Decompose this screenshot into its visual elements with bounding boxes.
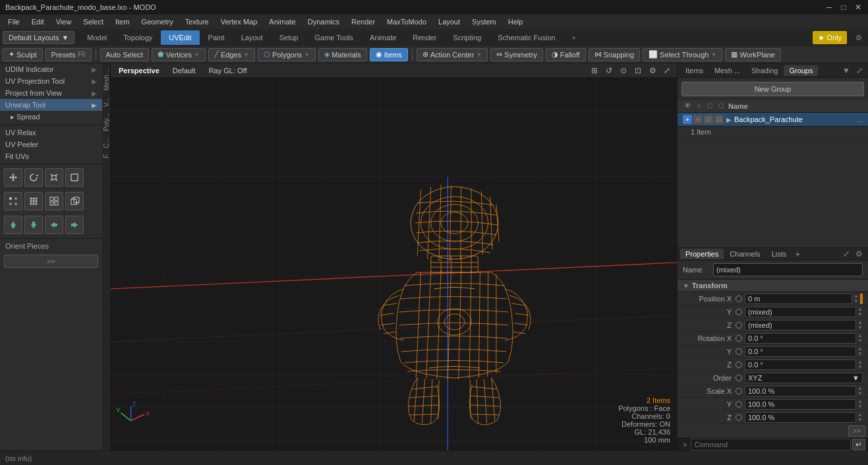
prop-rotation-x-input[interactable] <box>745 333 856 344</box>
tool-icon-rotate[interactable] <box>24 168 43 187</box>
right-tab-groups[interactable]: Groups <box>784 65 818 76</box>
tool-icon-mesh-grid[interactable] <box>45 192 63 210</box>
menu-maxtomode[interactable]: MaxToModo <box>382 16 432 27</box>
group-item-eye-icon[interactable]: ● <box>683 115 692 124</box>
prop-scale-x-input[interactable] <box>745 386 856 396</box>
viewport-search-icon[interactable]: ⊙ <box>618 65 629 77</box>
layout-settings-icon[interactable]: ⚙ <box>852 31 865 44</box>
left-panel-item-udim[interactable]: UDIM Indicator ▶ <box>0 63 102 75</box>
presets-btn[interactable]: Presets F6 <box>45 48 92 61</box>
right-tab-mesh[interactable]: Mesh ... <box>709 65 745 76</box>
prop-rotation-y-arrows[interactable]: ▲ ▼ <box>857 346 863 357</box>
menu-vertex-map[interactable]: Vertex Map <box>216 16 263 27</box>
viewport-settings-icon[interactable]: ⚙ <box>647 65 658 77</box>
left-panel-item-uv-relax[interactable]: UV Relax <box>0 127 102 139</box>
tool-icon-grid2[interactable] <box>24 192 43 210</box>
viewport-orient-icon[interactable]: ⊞ <box>589 65 600 77</box>
group-item[interactable]: ● ○ □ □ ▶ Backpack_Parachute ... <box>678 113 868 127</box>
menu-select[interactable]: Select <box>78 16 109 27</box>
sculpt-btn[interactable]: ✦ Sculpt <box>3 48 43 61</box>
tab-game-tools[interactable]: Game Tools <box>306 30 361 45</box>
star-only-btn[interactable]: ★ Only <box>813 31 847 44</box>
menu-texture[interactable]: Texture <box>180 16 214 27</box>
menu-help[interactable]: Help <box>503 16 529 27</box>
prop-order-circle[interactable] <box>736 375 742 381</box>
prop-scale-x-arrows[interactable]: ▲ ▼ <box>857 386 863 396</box>
prop-rotation-x-arrows[interactable]: ▲ ▼ <box>857 333 863 344</box>
tab-render-mode[interactable]: Render <box>405 30 444 45</box>
prop-rotation-z-input[interactable] <box>745 359 856 370</box>
prop-position-z-circle[interactable] <box>736 322 742 328</box>
tab-paint[interactable]: Paint <box>200 30 233 45</box>
left-panel-item-project-from-view[interactable]: Project from View ▶ <box>0 87 102 99</box>
prop-position-y-input[interactable] <box>745 307 856 317</box>
tab-uvedit[interactable]: UVEdit <box>161 30 199 45</box>
props-tab-channels[interactable]: Channels <box>724 249 765 259</box>
vtab-mesh[interactable]: Mesh ... <box>102 65 110 94</box>
vtab-c[interactable]: C... <box>102 135 110 151</box>
snapping-btn[interactable]: ⋈ Snapping <box>589 48 641 61</box>
right-tab-items[interactable]: Items <box>680 65 709 76</box>
viewport-expand-icon[interactable]: ⤢ <box>661 65 673 77</box>
tab-layout[interactable]: Layout <box>233 30 271 45</box>
polygons-btn[interactable]: ⬡ Polygons ▼ <box>258 48 316 61</box>
materials-btn[interactable]: ◈ Materials <box>318 48 367 61</box>
menu-item[interactable]: Item <box>110 16 134 27</box>
edges-btn[interactable]: ╱ Edges ▼ <box>208 48 255 61</box>
props-expand-icon[interactable]: ⤢ <box>840 249 852 259</box>
tool-icon-arrow-right[interactable] <box>65 216 84 234</box>
tab-model[interactable]: Model <box>79 30 115 45</box>
props-tab-lists[interactable]: Lists <box>767 249 792 259</box>
tab-setup[interactable]: Setup <box>272 30 306 45</box>
props-transform-header[interactable]: ▼ Transform <box>678 280 868 292</box>
prop-rotation-y-input[interactable] <box>745 346 856 357</box>
prop-rotation-x-circle[interactable] <box>736 335 742 342</box>
vp-tab-perspective[interactable]: Perspective <box>115 65 163 76</box>
prop-scale-y-arrows[interactable]: ▲ ▼ <box>857 399 863 410</box>
maximize-btn[interactable]: □ <box>839 3 848 12</box>
items-btn[interactable]: ◉ Items <box>370 48 408 61</box>
menu-animate[interactable]: Animate <box>264 16 301 27</box>
left-panel-item-fit-uvs[interactable]: Fit UVs <box>0 150 102 162</box>
vp-tab-default[interactable]: Default <box>169 65 200 76</box>
menu-edit[interactable]: Edit <box>26 16 49 27</box>
props-name-input[interactable] <box>713 263 863 276</box>
tool-icon-arrow-left[interactable] <box>45 216 63 234</box>
tool-icon-move-xy[interactable] <box>4 168 22 187</box>
prop-position-x-arrows[interactable]: ▲ ▼ <box>854 294 859 304</box>
tool-icon-scale[interactable] <box>45 168 63 187</box>
group-item-vis-icon[interactable]: □ <box>714 115 724 124</box>
left-panel-item-unwrap-tool[interactable]: Unwrap Tool ▶ <box>0 99 102 111</box>
prop-position-y-circle[interactable] <box>736 309 742 315</box>
close-btn[interactable]: ✕ <box>854 3 863 12</box>
left-panel-item-spread[interactable]: ▸ Spread <box>0 111 102 123</box>
prop-scale-y-circle[interactable] <box>736 401 742 408</box>
symmetry-btn[interactable]: ⇔ Symmetry <box>490 48 543 61</box>
menu-system[interactable]: System <box>467 16 502 27</box>
vertices-btn[interactable]: ⬟ Vertices ▼ <box>152 48 206 61</box>
tab-animate[interactable]: Animate <box>362 30 404 45</box>
tab-topology[interactable]: Topology <box>115 30 160 45</box>
prop-position-z-input[interactable] <box>745 320 856 330</box>
prop-scale-z-input[interactable] <box>745 412 856 423</box>
tool-icon-grid1[interactable] <box>4 192 22 210</box>
prop-scale-z-circle[interactable] <box>736 414 742 421</box>
tool-icon-arrow-up[interactable] <box>4 216 22 234</box>
props-scroll-down-btn[interactable]: >> <box>848 425 865 437</box>
right-tab-shading[interactable]: Shading <box>746 65 783 76</box>
add-layout-tab-btn[interactable]: + <box>567 30 581 45</box>
prop-scale-x-circle[interactable] <box>736 388 742 394</box>
action-center-btn[interactable]: ⊕ Action Center ▼ <box>417 48 488 61</box>
workplane-btn[interactable]: ▦ WorkPlane <box>725 48 781 61</box>
menu-geometry[interactable]: Geometry <box>136 16 178 27</box>
prop-position-y-arrows[interactable]: ▲ ▼ <box>857 307 863 317</box>
tab-schematic[interactable]: Schematic Fusion <box>490 30 563 45</box>
viewport-canvas[interactable]: X Y Z 2 Items Polygons : Face Channels: … <box>111 78 677 450</box>
right-tab-dropdown-icon[interactable]: ▼ <box>840 66 853 75</box>
auto-select-btn[interactable]: Auto Select <box>100 48 149 61</box>
group-item-expand-arrow[interactable]: ▶ <box>726 116 732 123</box>
left-panel-item-uv-projection[interactable]: UV Projection Tool ▶ <box>0 75 102 87</box>
menu-view[interactable]: View <box>51 16 77 27</box>
prop-position-x-input[interactable] <box>745 294 852 304</box>
menu-dynamics[interactable]: Dynamics <box>303 16 345 27</box>
